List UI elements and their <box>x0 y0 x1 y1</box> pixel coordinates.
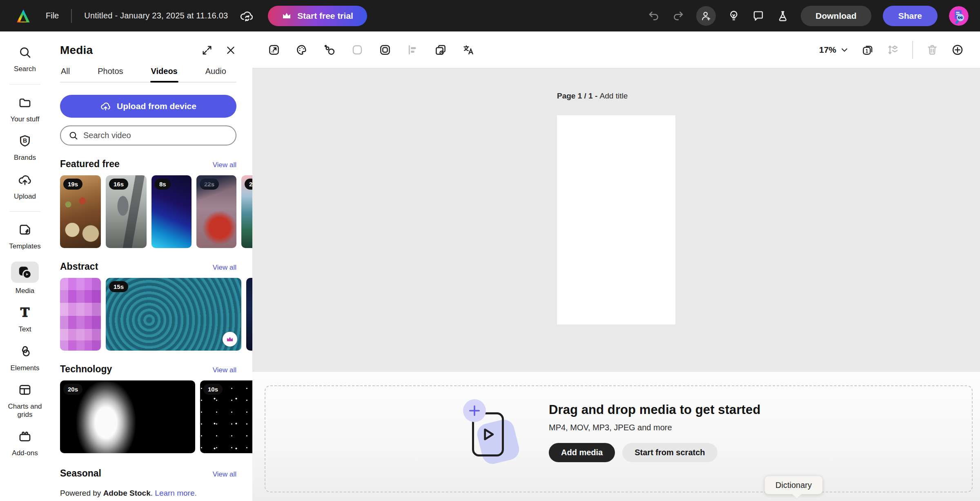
sidebar-item-charts-and-grids[interactable]: Charts and grids <box>1 383 49 418</box>
lightbulb-icon[interactable] <box>727 9 740 22</box>
rail-divider <box>9 84 40 85</box>
video-thumbnail[interactable] <box>246 278 252 351</box>
canvas-toolbar: 17% 1 <box>252 31 980 69</box>
document-page[interactable] <box>557 115 675 324</box>
account-avatar[interactable] <box>949 6 969 26</box>
dropzone-heading: Drag and drop media to get started <box>549 403 760 417</box>
sidebar-item-add-ons[interactable]: Add-ons <box>1 429 49 457</box>
cloud-upload-icon <box>18 173 32 188</box>
undo-icon[interactable] <box>647 9 660 22</box>
download-button[interactable]: Download <box>801 6 871 26</box>
tab-videos[interactable]: Videos <box>150 67 178 82</box>
rail-divider <box>9 211 40 212</box>
video-thumbnail[interactable]: 22s <box>196 175 236 248</box>
color-theme-palette-icon[interactable] <box>296 44 308 56</box>
sidebar-item-your-stuff[interactable]: Your stuff <box>1 96 49 123</box>
resize-icon[interactable] <box>268 44 280 56</box>
sidebar-item-upload[interactable]: Upload <box>1 173 49 201</box>
animate-icon[interactable] <box>323 44 336 56</box>
video-thumbnail[interactable]: 19s <box>60 175 101 248</box>
toolbar-divider <box>912 41 913 59</box>
search-video-input[interactable] <box>83 131 228 140</box>
invite-people-button[interactable] <box>696 6 716 26</box>
zoom-control[interactable]: 17% <box>819 45 849 55</box>
tab-audio[interactable]: Audio <box>205 67 227 82</box>
view-all-technology[interactable]: View all <box>213 366 236 374</box>
drag-drop-zone[interactable]: Drag and drop media to get started MP4, … <box>265 385 973 492</box>
cloud-sync-icon[interactable] <box>239 9 254 23</box>
view-all-featured-free[interactable]: View all <box>213 161 236 169</box>
expand-panel-icon[interactable] <box>201 45 213 56</box>
duration-badge: 10s <box>203 384 223 395</box>
search-icon <box>18 45 32 61</box>
sidebar-item-templates[interactable]: Templates <box>1 223 49 250</box>
page-label[interactable]: Page 1 / 1 - Add title <box>557 92 628 101</box>
video-thumbnail[interactable]: 10s <box>200 380 252 453</box>
duration-badge: 19s <box>63 179 82 190</box>
svg-text:T: T <box>20 306 29 320</box>
duration-badge: 8s <box>155 179 171 190</box>
sidebar-item-elements[interactable]: Elements <box>1 344 49 372</box>
media-search-box[interactable] <box>60 125 236 145</box>
premium-crown-icon <box>223 332 237 347</box>
sidebar-item-brands[interactable]: B Brands <box>1 134 49 162</box>
file-menu[interactable]: File <box>46 11 59 20</box>
tab-photos[interactable]: Photos <box>97 67 124 82</box>
panel-title: Media <box>60 44 93 57</box>
video-thumbnail[interactable]: 16s <box>106 175 147 248</box>
sidebar-item-media[interactable]: Media <box>1 262 49 295</box>
background-shape-icon[interactable] <box>351 44 363 56</box>
close-panel-icon[interactable] <box>225 45 236 56</box>
topbar-divider <box>71 9 72 23</box>
translate-icon[interactable] <box>462 44 474 56</box>
elements-icon <box>18 344 32 360</box>
dictionary-tooltip: Dictionary <box>764 476 823 494</box>
brand-shield-icon: B <box>18 134 32 150</box>
document-title[interactable]: Untitled - January 23, 2025 at 11.16.03 <box>84 11 228 20</box>
section-title-abstract: Abstract <box>60 261 98 272</box>
start-from-scratch-button[interactable]: Start from scratch <box>622 443 717 462</box>
video-thumbnail[interactable]: 20s <box>60 380 195 453</box>
delete-page-icon[interactable] <box>926 44 938 56</box>
redo-icon[interactable] <box>672 9 685 22</box>
svg-text:1: 1 <box>865 48 868 54</box>
comments-icon[interactable] <box>752 9 765 22</box>
tooltip-tail <box>792 489 802 499</box>
upload-from-device-button[interactable]: Upload from device <box>60 95 236 118</box>
media-panel: Media All Photos Videos Audio <box>50 31 252 501</box>
section-title-featured-free: Featured free <box>60 159 120 170</box>
start-free-trial-label: Start free trial <box>297 11 353 21</box>
reorder-pages-icon[interactable] <box>887 44 899 56</box>
chevron-down-icon <box>840 46 849 54</box>
sidebar-item-text[interactable]: T Text <box>1 306 49 333</box>
search-icon <box>68 130 78 141</box>
media-tabs: All Photos Videos Audio <box>60 67 236 83</box>
charts-grid-icon <box>18 383 32 398</box>
frame-icon[interactable] <box>379 44 391 56</box>
align-icon[interactable] <box>407 44 419 56</box>
share-button[interactable]: Share <box>883 6 938 26</box>
duplicate-icon[interactable] <box>434 44 447 56</box>
adobe-express-logo-icon[interactable] <box>15 7 32 25</box>
duration-badge: 2 <box>245 179 252 190</box>
tab-all[interactable]: All <box>60 67 71 82</box>
add-media-button[interactable]: Add media <box>549 443 615 462</box>
pages-icon[interactable]: 1 <box>862 44 874 56</box>
video-thumbnail[interactable]: 15s <box>106 278 241 351</box>
add-page-icon[interactable] <box>951 44 964 56</box>
start-free-trial-button[interactable]: Start free trial <box>268 6 367 26</box>
section-title-seasonal: Seasonal <box>60 468 101 479</box>
view-all-abstract[interactable]: View all <box>213 264 236 272</box>
video-thumbnail[interactable]: 2 <box>241 175 252 248</box>
abstract-row: 15s <box>60 278 252 351</box>
sidebar-item-search[interactable]: Search <box>1 45 49 73</box>
video-thumbnail[interactable]: 8s <box>151 175 192 248</box>
video-thumbnail[interactable] <box>60 278 101 351</box>
labs-flask-icon[interactable] <box>776 9 789 22</box>
canvas-view[interactable]: Page 1 / 1 - Add title <box>252 69 980 372</box>
left-navigation-rail: Search Your stuff B Brands <box>0 31 50 501</box>
section-title-technology: Technology <box>60 364 112 375</box>
add-title-placeholder[interactable]: Add title <box>600 92 628 100</box>
learn-more-link[interactable]: Learn more. <box>155 489 196 497</box>
view-all-seasonal[interactable]: View all <box>213 470 236 479</box>
